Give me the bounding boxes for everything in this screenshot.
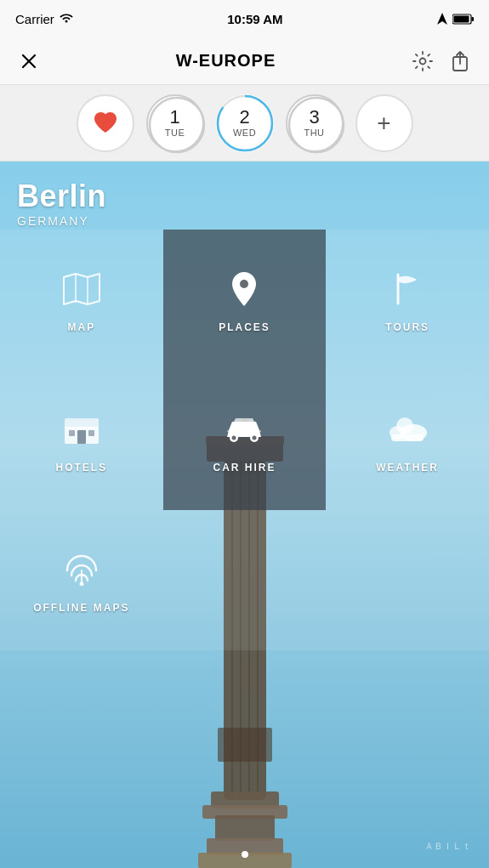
places-cell[interactable]: PLACES <box>163 230 327 370</box>
svg-rect-18 <box>218 728 272 762</box>
city-name: Berlin <box>17 179 106 214</box>
day-1-tab[interactable]: 1 TUE <box>146 94 204 152</box>
tours-icon <box>385 267 429 311</box>
location-icon <box>437 13 447 25</box>
car-hire-icon <box>222 407 266 451</box>
svg-point-7 <box>150 98 204 152</box>
watermark: ＡＢＩＬｔ <box>424 832 475 859</box>
hotels-icon <box>60 407 104 451</box>
day-3-tab[interactable]: 3 THU <box>286 94 344 152</box>
svg-rect-41 <box>391 434 424 441</box>
svg-rect-32 <box>88 430 94 436</box>
close-button[interactable] <box>14 46 44 77</box>
svg-rect-30 <box>77 430 86 444</box>
nav-title: W-EUROPE <box>176 51 276 71</box>
wifi-icon <box>60 14 73 24</box>
svg-rect-37 <box>227 430 261 432</box>
weather-cell[interactable]: WEATHER <box>326 370 489 510</box>
day-tabs: 1 TUE 2 WED 3 THU + <box>0 85 489 162</box>
empty-cell-1 <box>163 510 327 650</box>
svg-point-36 <box>253 435 257 440</box>
svg-point-10 <box>289 98 344 152</box>
svg-point-42 <box>79 582 83 586</box>
settings-button[interactable] <box>407 46 438 77</box>
svg-rect-2 <box>454 15 469 22</box>
carrier-label: Carrier <box>15 12 54 26</box>
car-hire-label: CAR HIRE <box>213 462 276 474</box>
grid-menu: MAP PLACES TOURS <box>0 230 489 650</box>
country-name: GERMANY <box>17 214 106 228</box>
battery-icon <box>452 14 474 25</box>
offline-maps-cell[interactable]: OFFLINE MAPS <box>0 510 163 650</box>
empty-cell-2 <box>326 510 489 650</box>
nav-bar: W-EUROPE <box>0 37 489 85</box>
add-icon: + <box>377 111 390 135</box>
hotels-label: HOTELS <box>55 462 107 474</box>
hotels-cell[interactable]: HOTELS <box>0 370 163 510</box>
favorites-tab[interactable] <box>77 94 134 152</box>
weather-icon <box>385 407 429 451</box>
places-icon <box>222 267 266 311</box>
svg-rect-31 <box>69 430 75 436</box>
map-label: MAP <box>67 321 95 333</box>
status-bar-time: 10:59 AM <box>227 12 282 26</box>
svg-point-27 <box>240 280 248 288</box>
svg-point-5 <box>419 58 425 64</box>
day-2-tab[interactable]: 2 WED <box>216 94 274 152</box>
city-info: Berlin GERMANY <box>17 179 106 228</box>
share-button[interactable] <box>445 46 475 77</box>
map-cell[interactable]: MAP <box>0 230 163 370</box>
svg-point-34 <box>232 435 236 440</box>
page-indicator <box>242 851 248 858</box>
status-bar: Carrier 10:59 AM <box>0 0 489 37</box>
tours-cell[interactable]: TOURS <box>326 230 489 370</box>
main-content: Berlin GERMANY MAP PLACES <box>0 162 489 868</box>
svg-rect-22 <box>215 815 275 841</box>
status-bar-left: Carrier <box>15 12 73 26</box>
car-hire-cell[interactable]: CAR HIRE <box>163 370 327 510</box>
map-icon <box>60 267 104 311</box>
add-day-button[interactable]: + <box>355 94 413 152</box>
weather-label: WEATHER <box>376 462 439 474</box>
tours-label: TOURS <box>385 321 429 333</box>
offline-maps-icon <box>60 547 104 592</box>
offline-maps-label: OFFLINE MAPS <box>33 602 129 614</box>
status-bar-right <box>437 13 474 25</box>
places-label: PLACES <box>219 321 270 333</box>
svg-text:ＡＢＩＬｔ: ＡＢＩＬｔ <box>424 841 471 851</box>
svg-rect-1 <box>472 17 475 21</box>
svg-rect-29 <box>65 418 99 428</box>
